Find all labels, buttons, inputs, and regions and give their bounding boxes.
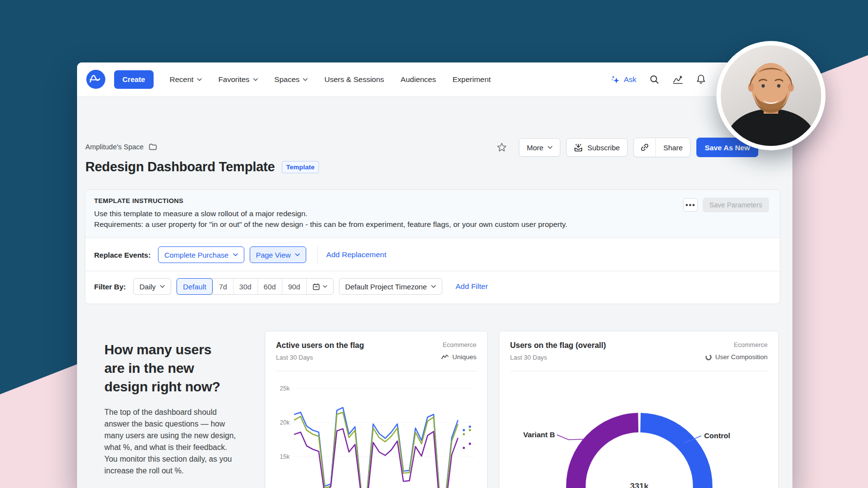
line-series <box>295 412 458 488</box>
presenter-avatar <box>716 41 826 150</box>
chart-meta: Ecommerce User Composition <box>705 341 768 361</box>
amplitude-logo[interactable] <box>86 70 105 89</box>
more-button[interactable]: More <box>519 138 560 157</box>
line-series-dot <box>463 429 465 431</box>
timezone-label: Default Project Timezone <box>345 283 427 291</box>
chart-source: Ecommerce <box>441 341 476 348</box>
interval-dropdown[interactable]: Daily <box>133 278 171 295</box>
event-dropdown-complete-purchase[interactable]: Complete Purchase <box>158 246 244 263</box>
range-option-60d[interactable]: 60d <box>257 279 282 294</box>
chevron-down-icon <box>233 253 238 256</box>
chevron-down-icon <box>253 78 258 81</box>
event-label: Complete Purchase <box>164 251 229 259</box>
amplitude-app-window: Create Recent Favorites Spaces Users & S… <box>77 62 792 488</box>
donut-label-variant-b: Variant B <box>523 430 555 439</box>
chevron-down-icon <box>197 78 202 81</box>
range-option-90d[interactable]: 90d <box>282 279 306 294</box>
more-label: More <box>527 143 543 152</box>
chart-source: Ecommerce <box>705 341 768 348</box>
add-replacement-link[interactable]: Add Replacement <box>326 250 386 259</box>
nav-item-favorites[interactable]: Favorites <box>218 75 258 84</box>
subscribe-inbox-icon <box>574 143 583 152</box>
chevron-down-icon <box>323 285 327 288</box>
share-label: Share <box>663 143 683 152</box>
card-divider <box>510 371 768 371</box>
copy-link-icon[interactable] <box>634 138 656 157</box>
nav-links: Recent Favorites Spaces Users & Sessions… <box>170 75 491 84</box>
nav-item-label: Recent <box>170 75 194 84</box>
timezone-dropdown[interactable]: Default Project Timezone <box>339 278 443 295</box>
template-instructions-section: TEMPLATE INSTRUCTIONS Use this template … <box>85 190 780 238</box>
folder-icon <box>149 143 157 150</box>
nav-item-label: Experiment <box>453 75 491 84</box>
nav-item-recent[interactable]: Recent <box>170 75 202 84</box>
header-actions: More Subscribe <box>496 138 758 157</box>
donut-chart-card: Users on the flag (overall) Last 30 Days… <box>499 331 779 488</box>
chevron-down-icon <box>160 285 165 288</box>
nav-item-label: Spaces <box>275 75 300 84</box>
nav-item-label: Favorites <box>218 75 250 84</box>
range-option-30d[interactable]: 30d <box>233 279 257 294</box>
donut-slices <box>576 423 703 488</box>
search-icon[interactable] <box>650 75 659 84</box>
template-instructions-line1: Use this template to measure a slow roll… <box>94 208 771 219</box>
donut-label-control: Control <box>704 431 730 440</box>
event-label: Page View <box>256 251 291 259</box>
chevron-down-icon <box>303 78 308 81</box>
range-option-default[interactable]: Default <box>177 278 213 295</box>
donut-center-total: 331k <box>630 482 649 488</box>
share-button[interactable]: Share <box>656 138 690 157</box>
nav-item-label: Users & Sessions <box>324 75 384 84</box>
nav-item-audiences[interactable]: Audiences <box>401 75 436 84</box>
page-title: Redesign Dashboard Template <box>85 160 275 175</box>
favorite-star-icon[interactable] <box>496 142 507 153</box>
instructions-actions: ●●● Save Parameters <box>683 198 769 212</box>
chart-metric[interactable]: User Composition <box>705 353 768 361</box>
nav-item-spaces[interactable]: Spaces <box>275 75 308 84</box>
section-heading: How many users are in the new design rig… <box>104 341 231 396</box>
interval-label: Daily <box>139 283 156 291</box>
metric-label: Uniques <box>452 353 476 361</box>
template-badge: Template <box>282 161 319 173</box>
chart-meta: Ecommerce Uniques <box>441 341 476 361</box>
create-button[interactable]: Create <box>114 70 154 89</box>
line-series-dot <box>463 433 465 435</box>
line-chart-card-header: Active users on the flag Last 30 Days Ec… <box>265 331 487 366</box>
donut-chart-card-header: Users on the flag (overall) Last 30 Days… <box>499 331 778 366</box>
ask-label: Ask <box>624 75 636 84</box>
nav-item-users-sessions[interactable]: Users & Sessions <box>324 75 384 84</box>
chart-metric[interactable]: Uniques <box>441 353 476 361</box>
breadcrumb[interactable]: Amplitude's Space <box>85 143 157 151</box>
donut-metric-icon <box>705 354 712 361</box>
ask-button[interactable]: Ask <box>611 75 636 84</box>
avatar-photo <box>721 45 821 146</box>
nav-item-experiment[interactable]: Experiment <box>453 75 491 84</box>
save-parameters-button[interactable]: Save Parameters <box>703 198 769 212</box>
add-filter-link[interactable]: Add Filter <box>455 282 488 291</box>
nav-item-label: Audiences <box>401 75 436 84</box>
sparkles-icon <box>611 75 620 84</box>
replace-events-label: Replace Events: <box>94 251 151 259</box>
y-axis-tick: 15k <box>280 453 290 460</box>
custom-date-range-picker[interactable] <box>306 279 333 294</box>
dashboard-page: Amplitude's Space More <box>77 97 792 488</box>
y-axis-tick: 20k <box>280 419 290 426</box>
notifications-bell-icon[interactable] <box>696 74 706 84</box>
line-chart[interactable]: 25k20k15k10k <box>265 366 488 488</box>
share-split-button: Share <box>633 138 690 157</box>
calendar-icon <box>313 283 320 290</box>
subscribe-label: Subscribe <box>587 143 620 152</box>
subscribe-button[interactable]: Subscribe <box>566 138 628 157</box>
line-series-dot <box>463 447 465 449</box>
y-axis-tick: 25k <box>280 385 290 392</box>
vertical-divider <box>317 246 318 264</box>
metric-label: User Composition <box>715 353 768 361</box>
event-dropdown-page-view[interactable]: Page View <box>250 246 306 263</box>
donut-chart[interactable]: Variant B Control 331k <box>499 366 779 488</box>
chevron-down-icon <box>295 253 300 256</box>
notebooks-icon[interactable] <box>672 75 683 84</box>
range-option-7d[interactable]: 7d <box>213 279 233 294</box>
overflow-menu-button[interactable]: ●●● <box>683 198 698 212</box>
top-navbar: Create Recent Favorites Spaces Users & S… <box>77 62 792 97</box>
line-series-dot <box>469 443 471 445</box>
